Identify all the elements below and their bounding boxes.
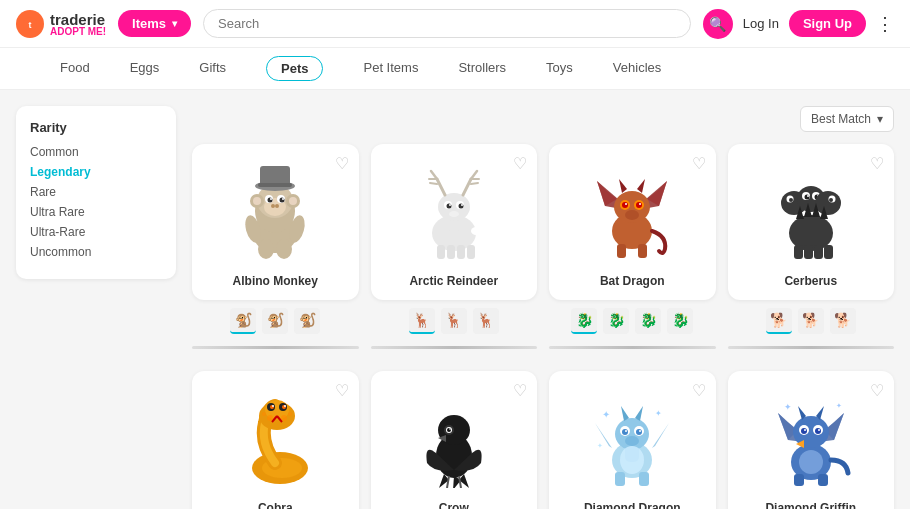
- svg-point-40: [449, 204, 451, 206]
- tab-strollers[interactable]: Strollers: [458, 52, 506, 85]
- svg-rect-60: [638, 244, 647, 258]
- pet-name-albino-monkey: Albino Monkey: [204, 274, 347, 288]
- svg-point-91: [272, 405, 274, 407]
- main-content: Rarity Common Legendary Rare Ultra Rare …: [0, 90, 910, 509]
- variant-thumb[interactable]: 🐒: [294, 308, 320, 334]
- tab-pets[interactable]: Pets: [266, 56, 323, 81]
- svg-point-15: [282, 198, 284, 200]
- svg-rect-146: [818, 474, 828, 486]
- tab-toys[interactable]: Toys: [546, 52, 573, 85]
- search-button[interactable]: 🔍: [703, 9, 733, 39]
- search-input[interactable]: [203, 9, 691, 38]
- pet-card-albino-monkey[interactable]: ♡: [192, 144, 359, 359]
- tab-vehicles[interactable]: Vehicles: [613, 52, 661, 85]
- svg-point-6: [253, 197, 261, 205]
- pet-image: ✦ ✦ ✦: [561, 383, 704, 493]
- svg-line-28: [437, 179, 445, 195]
- svg-point-47: [471, 227, 481, 235]
- svg-point-141: [801, 428, 807, 434]
- variant-thumb[interactable]: 🐉: [635, 308, 661, 334]
- more-options-button[interactable]: ⋮: [876, 13, 894, 35]
- section-divider: [549, 346, 716, 349]
- svg-marker-50: [619, 179, 627, 193]
- header: t traderie ADOPT ME! Items ▾ 🔍 Log In Si…: [0, 0, 910, 48]
- svg-text:✦: ✦: [655, 409, 662, 418]
- pet-card-inner: ♡: [192, 371, 359, 509]
- svg-line-32: [463, 179, 471, 195]
- variant-thumb[interactable]: 🐉: [667, 308, 693, 334]
- pet-card-inner: ♡: [549, 144, 716, 300]
- sidebar-item-common[interactable]: Common: [30, 145, 162, 159]
- variant-thumb[interactable]: 🐕: [798, 308, 824, 334]
- svg-line-35: [471, 183, 478, 184]
- svg-line-29: [431, 171, 437, 179]
- sidebar-item-legendary[interactable]: Legendary: [30, 165, 162, 179]
- svg-point-13: [280, 198, 285, 203]
- favorite-button[interactable]: ♡: [692, 154, 706, 173]
- variant-thumb[interactable]: 🐕: [830, 308, 856, 334]
- svg-rect-59: [617, 244, 626, 258]
- variant-thumb[interactable]: 🐉: [603, 308, 629, 334]
- sidebar-item-uncommon[interactable]: Uncommon: [30, 245, 162, 259]
- login-button[interactable]: Log In: [743, 16, 779, 31]
- tab-food[interactable]: Food: [60, 52, 90, 85]
- svg-point-72: [815, 191, 841, 215]
- favorite-button[interactable]: ♡: [692, 381, 706, 400]
- pet-card-crow[interactable]: ♡: [371, 371, 538, 509]
- variant-thumb[interactable]: 🦌: [441, 308, 467, 334]
- favorite-button[interactable]: ♡: [513, 154, 527, 173]
- favorite-button[interactable]: ♡: [513, 381, 527, 400]
- pet-name-cobra: Cobra: [204, 501, 347, 509]
- svg-rect-20: [258, 183, 292, 187]
- svg-point-123: [636, 429, 642, 435]
- svg-rect-45: [457, 245, 465, 259]
- favorite-button[interactable]: ♡: [335, 381, 349, 400]
- svg-point-58: [625, 210, 639, 220]
- favorite-button[interactable]: ♡: [870, 154, 884, 173]
- variant-row: 🐒 🐒 🐒: [192, 300, 359, 342]
- pet-card-inner: ♡: [371, 144, 538, 300]
- signup-button[interactable]: Sign Up: [789, 10, 866, 37]
- content-header: Best Match ▾: [192, 106, 894, 132]
- tab-eggs[interactable]: Eggs: [130, 52, 160, 85]
- variant-thumb[interactable]: 🦌: [409, 308, 435, 334]
- svg-point-96: [281, 415, 287, 421]
- favorite-button[interactable]: ♡: [870, 381, 884, 400]
- svg-rect-79: [794, 245, 803, 259]
- pet-card-cerberus[interactable]: ♡: [728, 144, 895, 359]
- pet-card-bat-dragon[interactable]: ♡: [549, 144, 716, 359]
- sidebar-item-ultra-rare2[interactable]: Ultra-Rare: [30, 225, 162, 239]
- variant-thumb[interactable]: 🐒: [230, 308, 256, 334]
- svg-point-17: [275, 204, 279, 208]
- variant-row: 🦌 🦌 🦌: [371, 300, 538, 342]
- variant-thumb[interactable]: 🐉: [571, 308, 597, 334]
- variant-thumb[interactable]: 🦌: [473, 308, 499, 334]
- tab-pet-items[interactable]: Pet Items: [363, 52, 418, 85]
- sidebar-item-ultra-rare[interactable]: Ultra Rare: [30, 205, 162, 219]
- svg-point-23: [258, 239, 274, 259]
- svg-rect-43: [437, 245, 445, 259]
- pet-card-arctic-reindeer[interactable]: ♡: [371, 144, 538, 359]
- svg-point-105: [449, 428, 451, 430]
- pet-card-cobra[interactable]: ♡: [192, 371, 359, 509]
- content-area: Best Match ▾ ♡: [192, 106, 894, 509]
- pet-name-bat-dragon: Bat Dragon: [561, 274, 704, 288]
- pet-card-diamond-dragon[interactable]: ♡: [549, 371, 716, 509]
- svg-rect-81: [814, 245, 823, 259]
- sidebar-item-rare[interactable]: Rare: [30, 185, 162, 199]
- sort-dropdown[interactable]: Best Match ▾: [800, 106, 894, 132]
- favorite-button[interactable]: ♡: [335, 154, 349, 173]
- items-button[interactable]: Items ▾: [118, 10, 191, 37]
- svg-point-14: [270, 198, 272, 200]
- svg-point-16: [271, 204, 275, 208]
- svg-point-64: [789, 198, 793, 202]
- pet-image: ✦ ✦: [740, 383, 883, 493]
- section-divider: [728, 346, 895, 349]
- pet-card-inner: ♡: [728, 144, 895, 300]
- pet-card-diamond-griffin[interactable]: ♡: [728, 371, 895, 509]
- pet-name-crow: Crow: [383, 501, 526, 509]
- tab-gifts[interactable]: Gifts: [199, 52, 226, 85]
- svg-rect-129: [639, 472, 649, 486]
- variant-thumb[interactable]: 🐕: [766, 308, 792, 334]
- variant-thumb[interactable]: 🐒: [262, 308, 288, 334]
